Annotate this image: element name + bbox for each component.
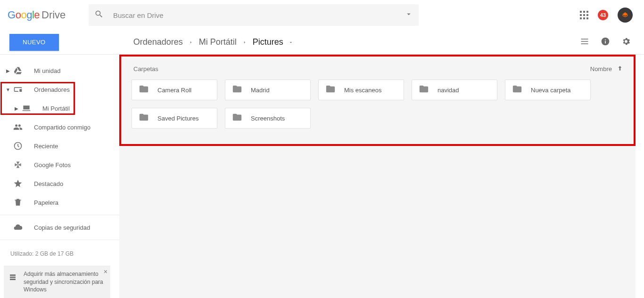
- search-input[interactable]: [113, 11, 405, 19]
- search-icon[interactable]: [94, 9, 104, 21]
- folder-card[interactable]: Screenshots: [225, 108, 311, 129]
- folder-name: Screenshots: [251, 115, 285, 122]
- devices-icon: [12, 85, 24, 94]
- breadcrumb: Ordenadores Mi Portátil Pictures: [132, 35, 294, 49]
- apps-icon[interactable]: [580, 11, 588, 19]
- photos-icon: [12, 160, 24, 169]
- info-icon[interactable]: [601, 37, 610, 48]
- download-icon: [8, 273, 17, 283]
- chevron-down-icon: [289, 40, 293, 46]
- trash-icon: [12, 198, 24, 207]
- expand-icon[interactable]: ▶: [12, 106, 21, 111]
- list-view-icon[interactable]: [580, 37, 589, 48]
- storage-usage: Utilizado: 2 GB de 17 GB: [0, 243, 119, 259]
- folder-icon: [139, 112, 149, 124]
- sidebar-item-starred[interactable]: Destacado: [0, 174, 119, 193]
- clock-icon: [12, 141, 24, 151]
- gear-icon[interactable]: [621, 37, 631, 48]
- laptop-icon: [21, 104, 32, 113]
- star-icon: [12, 179, 24, 188]
- folder-name: Nueva carpeta: [531, 87, 571, 94]
- sidebar-label: Reciente: [34, 143, 58, 150]
- folder-name: Madrid: [251, 87, 270, 94]
- arrow-up-icon: [617, 65, 623, 73]
- sidebar-item-trash[interactable]: Papelera: [0, 193, 119, 212]
- promo-card[interactable]: × Adquirir más almacenamiento seguridad …: [4, 266, 110, 298]
- folder-grid: Camera RollMadridMis escaneosnavidadNuev…: [132, 80, 623, 129]
- sidebar-item-shared[interactable]: Compartido conmigo: [0, 118, 119, 137]
- folder-card[interactable]: Mis escaneos: [318, 80, 404, 100]
- promo-text-2: seguridad y sincronización para Windows: [24, 279, 103, 293]
- sidebar-label: Mi Portátil: [42, 105, 70, 112]
- sidebar-label: Papelera: [34, 199, 58, 206]
- breadcrumb-current-label: Pictures: [253, 37, 283, 47]
- folder-name: navidad: [438, 87, 459, 94]
- folder-card[interactable]: Camera Roll: [132, 80, 217, 100]
- sidebar-item-computers[interactable]: ▼ Ordenadores: [0, 80, 119, 99]
- breadcrumb-my-laptop[interactable]: Mi Portátil: [198, 35, 238, 49]
- breadcrumb-pictures[interactable]: Pictures: [252, 35, 294, 49]
- expand-icon[interactable]: ▶: [4, 68, 12, 73]
- section-label: Carpetas: [133, 65, 158, 72]
- divider: [0, 215, 119, 215]
- sidebar-item-backups[interactable]: Copias de seguridad: [0, 218, 119, 237]
- sidebar-item-photos[interactable]: Google Fotos: [0, 155, 119, 174]
- folder-card[interactable]: Madrid: [225, 80, 311, 100]
- new-button[interactable]: NUEVO: [9, 34, 59, 51]
- logo[interactable]: Google Drive: [8, 9, 89, 21]
- folder-name: Mis escaneos: [344, 87, 381, 94]
- notifications-badge[interactable]: 43: [598, 10, 608, 20]
- folder-card[interactable]: navidad: [412, 80, 497, 100]
- folder-icon: [232, 112, 242, 124]
- search-bar[interactable]: [89, 4, 419, 26]
- header: Google Drive 43: [0, 0, 644, 30]
- cloud-icon: [12, 223, 24, 232]
- sidebar-label: Compartido conmigo: [34, 124, 91, 131]
- avatar[interactable]: [618, 8, 633, 23]
- collapse-icon[interactable]: ▼: [4, 87, 12, 92]
- sidebar-label: Ordenadores: [34, 86, 70, 93]
- sidebar: ▶ Mi unidad ▼ Ordenadores ▶ Mi Portátil: [0, 55, 119, 298]
- folder-name: Saved Pictures: [157, 115, 198, 122]
- sidebar-label: Copias de seguridad: [34, 224, 90, 231]
- sort-label: Nombre: [590, 65, 612, 72]
- chevron-right-icon: [189, 37, 193, 47]
- drive-icon: [12, 66, 24, 75]
- folder-icon: [419, 84, 429, 96]
- search-options-dropdown[interactable]: [405, 10, 413, 20]
- folder-card[interactable]: Saved Pictures: [132, 108, 217, 129]
- people-icon: [12, 122, 24, 132]
- sidebar-label: Mi unidad: [34, 67, 60, 74]
- header-right: 43: [580, 8, 636, 23]
- folder-icon: [512, 84, 522, 96]
- section-header: Carpetas Nombre: [132, 63, 623, 80]
- toolbar: NUEVO Ordenadores Mi Portátil Pictures: [0, 30, 644, 55]
- sidebar-label: Google Fotos: [34, 161, 71, 169]
- sidebar-item-my-laptop[interactable]: ▶ Mi Portátil: [0, 99, 119, 118]
- product-name: Drive: [41, 9, 66, 21]
- chevron-right-icon: [242, 37, 247, 47]
- folder-icon: [325, 84, 336, 96]
- close-icon[interactable]: ×: [104, 267, 107, 276]
- folder-name: Camera Roll: [157, 87, 191, 94]
- folder-icon: [139, 84, 149, 96]
- folder-icon: [232, 84, 242, 96]
- folder-card[interactable]: Nueva carpeta: [505, 80, 591, 100]
- divider: [0, 240, 119, 240]
- sidebar-item-my-drive[interactable]: ▶ Mi unidad: [0, 61, 119, 80]
- sidebar-item-recent[interactable]: Reciente: [0, 137, 119, 155]
- sort-control[interactable]: Nombre: [590, 65, 623, 73]
- breadcrumb-computers[interactable]: Ordenadores: [132, 35, 184, 49]
- sidebar-label: Destacado: [34, 180, 63, 187]
- main-content: Carpetas Nombre Camera RollMadridMis esc…: [119, 55, 636, 298]
- toolbar-right: [580, 37, 631, 48]
- promo-text-1: Adquirir más almacenamiento: [24, 271, 99, 277]
